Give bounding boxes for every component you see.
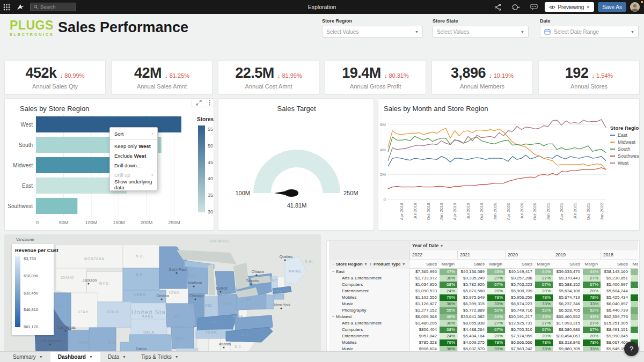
sales-cell[interactable]: $1,090,533 (409, 288, 440, 294)
table-row[interactable]: Computers$806,40468%$4,488,26467%$6,700,… (329, 327, 638, 333)
margin-cell[interactable]: 78% (487, 339, 505, 346)
margin-cell[interactable]: 67% (583, 282, 601, 288)
sales-cell[interactable]: $9,257,288 (505, 275, 535, 282)
table-row[interactable]: Music$1,126,82736%$6,399,31533%$6,574,22… (329, 301, 638, 307)
sales-cell[interactable]: $33,641,582 (457, 314, 487, 320)
bar-west[interactable] (36, 116, 181, 132)
table-row[interactable]: − Midwest$6,009,56846%$33,641,58244%$50,… (329, 314, 638, 320)
sales-cell[interactable]: $9,230,851 (601, 275, 631, 282)
margin-cell[interactable]: 33% (583, 301, 601, 307)
sales-cell[interactable]: $7,365,995 (409, 269, 440, 275)
margin-cell[interactable]: 33% (535, 301, 553, 307)
margin-cell[interactable]: 27% (487, 275, 505, 282)
maximize-icon[interactable] (196, 100, 202, 106)
sales-cell[interactable]: $6,700,310 (505, 327, 535, 333)
kpi-card-annual-gross-profit[interactable]: 19.4M ↓ 80.31% Annual Gross Profit (325, 60, 426, 94)
sales-cell[interactable]: $5,425,434 (601, 294, 631, 301)
gauge-chart[interactable]: 100M250M41.81M (218, 114, 374, 229)
sales-cell[interactable]: $8,055,838 (457, 320, 487, 327)
sales-cell[interactable]: $38,143,160 (601, 269, 631, 275)
table-row[interactable]: Entertainment$1,090,53324%$5,870,56820%$… (329, 288, 638, 294)
margin-cell[interactable]: 27% (583, 275, 601, 282)
margin-cell[interactable]: 45% (487, 269, 505, 275)
margin-cell[interactable]: 27% (535, 275, 553, 282)
margin-cell[interactable]: 27% (631, 275, 638, 282)
margin-cell[interactable]: 78% (535, 339, 553, 346)
sales-cell[interactable]: $50,191,217 (505, 314, 535, 320)
sales-cell[interactable]: $806,404 (409, 327, 440, 333)
user-avatar[interactable] (630, 2, 640, 12)
menu-item-show-underlying-data[interactable]: Show underlying data (110, 180, 157, 189)
comments-icon[interactable] (527, 0, 541, 14)
line-chart-panel[interactable]: Sales by Month and Store Region 02M4M6MA… (378, 98, 640, 231)
margin-cell[interactable]: 27% (535, 320, 553, 327)
sales-cell[interactable]: $17,093,315 (553, 320, 583, 327)
year-col-2018[interactable]: 2018 (601, 250, 638, 260)
sales-cell[interactable]: $1,102,556 (409, 294, 440, 301)
workbook-tab-data[interactable]: Data▼ (100, 352, 134, 362)
sales-cell[interactable]: $5,956,259 (505, 294, 535, 301)
sales-cell[interactable]: $785,328 (409, 339, 440, 346)
search-input[interactable]: Search (30, 3, 76, 11)
sales-cell[interactable]: $62,359,776 (601, 314, 631, 320)
table-row[interactable]: Arts & Entertainment$1,480,20630%$8,055,… (329, 320, 638, 327)
sales-cell[interactable]: $12,525,731 (505, 320, 535, 327)
line-series-midwest[interactable] (388, 128, 606, 169)
margin-cell[interactable]: 24% (440, 333, 457, 339)
margin-cell[interactable]: 20% (631, 333, 638, 339)
sales-cell[interactable]: $8,580,986 (553, 327, 583, 333)
sales-cell[interactable]: $6,440,739 (601, 307, 631, 314)
margin-cell[interactable]: 67% (487, 282, 505, 288)
table-row[interactable]: Computers$1,034,95568%$5,782,92067%$5,70… (329, 282, 638, 288)
map-panel[interactable]: United StatesMONTANAIDAHOWYO.N.D.S.D.NEB… (4, 234, 321, 353)
sales-cell[interactable]: $1,733,972 (409, 275, 440, 282)
sales-cell[interactable]: $1,480,206 (409, 320, 440, 327)
line-series-southwest[interactable] (388, 168, 606, 189)
sales-cell[interactable]: $4,488,264 (457, 327, 487, 333)
menu-item-sort[interactable]: Sort› (110, 129, 157, 138)
margin-cell[interactable]: 55% (440, 307, 457, 314)
margin-cell[interactable]: 67% (631, 282, 638, 288)
table-row[interactable]: Arts & Entertainment$1,733,97230%$9,335,… (329, 275, 638, 282)
margin-cell[interactable]: 20% (631, 288, 638, 294)
sales-cell[interactable]: $5,703,223 (505, 282, 535, 288)
margin-cell[interactable]: 20% (487, 333, 505, 339)
sales-cell[interactable]: $9,990,845 (601, 333, 631, 339)
menu-item-exclude[interactable]: ExcludeWest (110, 151, 157, 160)
sales-cell[interactable]: $40,149,417 (505, 269, 535, 275)
kebab-menu-icon[interactable] (209, 100, 210, 106)
margin-cell[interactable]: 68% (440, 282, 457, 288)
margin-cell[interactable]: 27% (631, 320, 638, 327)
sales-cell[interactable]: $8,491,151 (601, 327, 631, 333)
table-row[interactable]: − East$7,365,99547%$40,136,58945%$40,149… (329, 269, 638, 275)
margin-cell[interactable]: 33% (631, 301, 638, 307)
margin-cell[interactable]: 20% (535, 288, 553, 294)
previewing-button[interactable]: Previewing ▼ (545, 2, 594, 12)
table-row[interactable]: Entertainment$957,84224%$5,484,18420%$7,… (329, 333, 638, 339)
sales-cell[interactable]: $39,033,470 (553, 269, 583, 275)
sales-cell[interactable]: $6,399,315 (457, 301, 487, 307)
gauge-panel[interactable]: Sales Target 100M250M41.81M (218, 98, 374, 231)
margin-cell[interactable]: 43% (583, 314, 601, 320)
sales-cell[interactable]: $6,009,568 (409, 314, 440, 320)
margin-cell[interactable]: 79% (440, 339, 457, 346)
share-icon[interactable] (491, 0, 504, 14)
margin-cell[interactable]: 20% (535, 333, 553, 339)
margin-cell[interactable]: 46% (440, 314, 457, 320)
sales-cell[interactable]: $5,674,719 (553, 294, 583, 301)
line-series-west[interactable] (388, 120, 606, 161)
sales-cell[interactable]: $65,460,552 (553, 314, 583, 320)
sales-cell[interactable]: $6,528,705 (553, 307, 583, 314)
sales-cell[interactable]: $6,749,716 (505, 307, 535, 314)
bar-southwest[interactable] (36, 198, 77, 214)
margin-cell[interactable]: 67% (535, 327, 553, 333)
filter-select[interactable]: Select Values▼ (433, 26, 529, 38)
sales-cell[interactable]: $40,136,589 (457, 269, 487, 275)
sales-cell[interactable]: $6,040,897 (601, 301, 631, 307)
sales-cell[interactable]: $10,494,063 (553, 333, 583, 339)
year-col-2021[interactable]: 2021 (457, 250, 505, 260)
pivot-table[interactable]: Year of Date ▼20222021202020192018 − Sto… (329, 241, 638, 352)
sales-cell[interactable]: $8,318,846 (553, 339, 583, 346)
menu-item-keep-only[interactable]: Keep onlyWest (110, 141, 157, 151)
sales-cell[interactable]: $5,908,709 (505, 288, 535, 294)
